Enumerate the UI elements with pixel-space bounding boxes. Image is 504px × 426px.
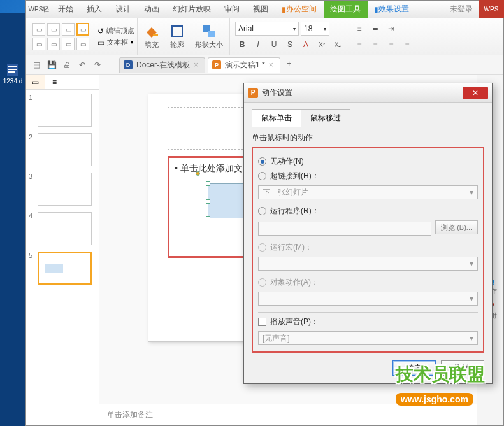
dialog-titlebar[interactable]: P 动作设置 ✕ (244, 83, 492, 103)
dialog-close-button[interactable]: ✕ (463, 87, 488, 99)
align-center-button[interactable]: ≡ (368, 38, 382, 52)
slide-panel: ▭ ≡ 1— — 2 3 4 5 (26, 75, 99, 425)
svg-rect-4 (153, 34, 158, 36)
tab-draw-tools[interactable]: 绘图工具 (324, 1, 368, 18)
tab-slideshow[interactable]: 幻灯片放映 (166, 1, 218, 18)
svg-rect-7 (208, 31, 215, 37)
redo-icon[interactable]: ↷ (91, 59, 104, 71)
dropdown-icon[interactable]: ▾ (131, 39, 133, 45)
app-logo[interactable]: WPS轻 (26, 1, 52, 18)
font-family-combo[interactable]: Arial▾ (235, 22, 299, 36)
shape-size-button[interactable]: 形状大小 (191, 24, 227, 50)
action-settings-dialog: P 动作设置 ✕ 鼠标单击 鼠标移过 单击鼠标时的动作 无动作(N) 超链接到(… (243, 83, 493, 384)
radio-run-program-label: 运行程序(R)： (270, 206, 319, 217)
outline-view-tab[interactable]: ≡ (45, 75, 64, 89)
radio-run-program[interactable] (258, 207, 266, 215)
align-right-button[interactable]: ≡ (384, 38, 398, 52)
slide-thumb[interactable] (38, 212, 92, 245)
numbering-button[interactable]: ≣ (368, 22, 382, 36)
radio-run-macro[interactable] (258, 243, 266, 252)
object-action-combo: ▾ (258, 292, 478, 306)
underline-button[interactable]: U (267, 38, 281, 52)
align-icon[interactable]: ▭ (32, 38, 45, 50)
thumb-number: 2 (29, 133, 35, 141)
hyperlink-combo[interactable]: 下一张幻灯片▾ (258, 185, 478, 199)
resize-handle[interactable] (206, 216, 210, 220)
undo-icon[interactable]: ↶ (76, 59, 89, 71)
tab-insert[interactable]: 插入 (80, 1, 109, 18)
align-icon[interactable]: ▭ (76, 38, 89, 50)
radio-object-action[interactable] (258, 278, 266, 287)
print-icon[interactable]: 🖨 (61, 59, 73, 71)
sound-combo[interactable]: [无声音]▾ (258, 331, 478, 345)
new-tab-icon[interactable]: + (283, 57, 296, 70)
highlighted-options: 无动作(N) 超链接到(H)： 下一张幻灯片▾ 运行程序(R)： 浏览 (B).… (252, 147, 484, 353)
align-icon[interactable]: ▭ (47, 23, 60, 36)
slide-thumb[interactable]: — — (38, 94, 92, 127)
thumb-number: 5 (29, 252, 35, 259)
tab-view[interactable]: 视图 (247, 1, 275, 18)
browse-button[interactable]: 浏览 (B)... (435, 220, 478, 234)
svg-rect-5 (172, 26, 182, 36)
resize-handle[interactable] (206, 199, 210, 204)
quick-access-toolbar: ▤ 💾 🖨 ↶ ↷ D Docer-在线模板 × P 演示文稿1 * × + (26, 55, 503, 75)
dialog-icon: P (248, 88, 258, 98)
align-left-button[interactable]: ≡ (352, 38, 366, 52)
tab-design[interactable]: 设计 (109, 1, 138, 18)
italic-button[interactable]: I (251, 38, 265, 52)
textbox-icon[interactable]: ▭ (97, 38, 104, 47)
bullets-button[interactable]: ≡ (352, 22, 366, 36)
thumbnail-view-tab[interactable]: ▭ (26, 75, 45, 89)
fill-button[interactable]: 填充 (140, 24, 163, 50)
rotate-handle[interactable] (196, 171, 200, 176)
doc-tab-docer[interactable]: D Docer-在线模板 × (119, 57, 205, 73)
tab-review[interactable]: 审阅 (218, 1, 247, 18)
align-icon[interactable]: ▭ (32, 23, 45, 36)
menu-bar: WPS轻 开始 插入 设计 动画 幻灯片放映 审阅 视图 ▮办公空间 绘图工具 … (26, 1, 503, 18)
menu-icon[interactable]: ▤ (30, 59, 43, 71)
font-color-button[interactable]: A (299, 38, 313, 52)
tab-effects[interactable]: ▮效果设置 (368, 1, 416, 18)
doc-tab-presentation[interactable]: P 演示文稿1 * × (208, 57, 280, 73)
section-label: 单击鼠标时的动作 (252, 132, 484, 143)
dialog-title: 动作设置 (262, 87, 459, 98)
radio-no-action[interactable] (258, 157, 266, 166)
taskbar-app-icon[interactable]: 1234.d (0, 57, 25, 89)
thumb-number: 4 (29, 212, 35, 220)
tab-anim[interactable]: 动画 (138, 1, 166, 18)
align-icon[interactable]: ▭ (62, 23, 75, 36)
align-icon[interactable]: ▭ (47, 38, 60, 50)
login-status[interactable]: 未登录 (450, 4, 473, 15)
bold-button[interactable]: B (235, 38, 249, 52)
checkbox-play-sound[interactable] (258, 318, 266, 326)
close-tab-icon[interactable]: × (269, 60, 273, 69)
tab-mouse-hover[interactable]: 鼠标移过 (301, 109, 350, 127)
notes-pane[interactable]: 单击添加备注 (99, 404, 477, 425)
align-justify-button[interactable]: ≡ (400, 38, 414, 52)
align-icon-selected[interactable]: ▭ (76, 23, 89, 36)
macro-combo: ▾ (258, 257, 478, 271)
tab-mouse-click[interactable]: 鼠标单击 (252, 109, 301, 127)
slide-thumb[interactable] (38, 133, 92, 166)
textbox-label[interactable]: 文本框 (107, 38, 128, 47)
edit-vertex-label[interactable]: 编辑顶点 (106, 26, 134, 36)
align-icon[interactable]: ▭ (62, 38, 75, 50)
program-path-input[interactable] (258, 222, 431, 236)
tab-start[interactable]: 开始 (52, 1, 80, 18)
strike-button[interactable]: S (283, 38, 297, 52)
edit-vertex-icon[interactable]: ↺ (97, 27, 104, 36)
save-icon[interactable]: 💾 (45, 59, 58, 71)
resize-handle[interactable] (206, 181, 210, 186)
radio-hyperlink[interactable] (258, 172, 266, 180)
indent-button[interactable]: ⇥ (384, 22, 398, 36)
ribbon: ▭ ▭ ▭ ▭ ▭ ▭ ▭ ▭ ↺ 编辑顶点 ▭ 文本框 ▾ (26, 18, 503, 55)
superscript-button[interactable]: X² (315, 38, 329, 52)
slide-thumb-selected[interactable] (38, 252, 92, 285)
slide-thumb[interactable] (38, 173, 92, 206)
close-tab-icon[interactable]: × (194, 60, 198, 69)
tab-office-space[interactable]: ▮办公空间 (275, 1, 324, 18)
outline-button[interactable]: 轮廓 (166, 24, 189, 50)
subscript-button[interactable]: X₂ (331, 38, 345, 52)
font-size-combo[interactable]: 18▾ (301, 22, 329, 36)
thumb-number: 3 (29, 173, 35, 180)
